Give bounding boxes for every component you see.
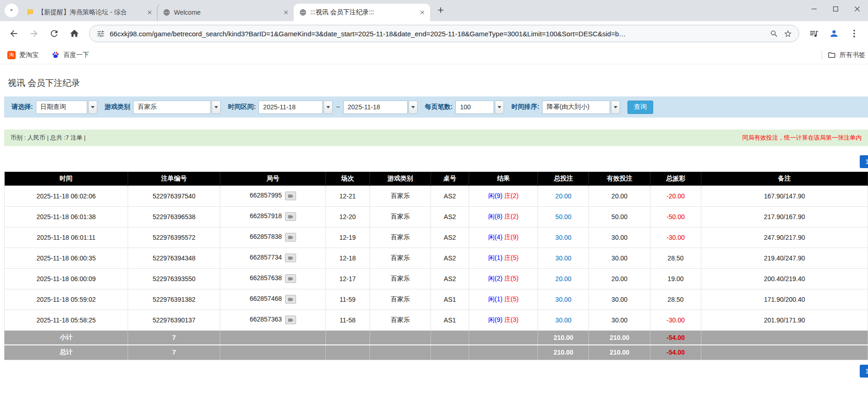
table-body: 2025-11-18 06:02:06 522976397540 6628579… <box>5 186 868 330</box>
bet-record-row: 2025-11-18 06:00:09 522976393550 6628576… <box>5 268 868 289</box>
cell-total-bet[interactable]: 50.00 <box>538 206 589 227</box>
query-type-value[interactable]: 日期查询 <box>36 101 87 114</box>
tab-title: :::视讯 会员下注纪录::: <box>310 8 414 17</box>
back-button[interactable] <box>5 24 23 43</box>
bookmark-label: 爱淘宝 <box>19 51 39 59</box>
cell-note: 217.90/167.90 <box>701 206 868 227</box>
date-end-value[interactable]: 2025-11-18 <box>343 101 408 114</box>
cell-result: 闲(9) 庄(3) <box>469 310 538 330</box>
media-controls-icon[interactable] <box>805 24 823 43</box>
cell-valid-bet: 30.00 <box>589 310 650 330</box>
tab-close-icon[interactable] <box>418 8 426 17</box>
page-size-value[interactable]: 100 <box>455 101 494 114</box>
cell-table-number: AS2 <box>431 206 469 227</box>
profile-icon[interactable] <box>825 24 843 43</box>
video-replay-icon[interactable] <box>285 233 296 242</box>
reload-button[interactable] <box>45 24 63 43</box>
tab-bet-records[interactable]: :::视讯 会员下注纪录::: <box>294 4 430 21</box>
bet-record-row: 2025-11-18 06:01:38 522976396538 6628579… <box>5 206 868 227</box>
empty-cell <box>370 330 431 345</box>
bookmark-star-icon[interactable] <box>783 29 792 38</box>
new-tab-button[interactable] <box>434 4 448 17</box>
tab-strip: 【新提醒】海燕策略论坛 - 综合 Welcome :::视讯 会员下注纪录::: <box>0 0 868 21</box>
cell-total-bet[interactable]: 30.00 <box>538 310 589 330</box>
chevron-down-icon[interactable] <box>324 101 333 114</box>
all-bookmarks-button[interactable]: 所有书签 <box>828 51 865 59</box>
summary-bar: 币别 : 人民币 | 总共 :7 注单 | 同局有效投注，统一计算在该局第一张注… <box>4 130 868 146</box>
zoom-icon[interactable] <box>769 29 778 38</box>
chevron-down-icon[interactable] <box>611 101 620 114</box>
video-replay-icon[interactable] <box>285 316 296 324</box>
tab-welcome[interactable]: Welcome <box>157 4 294 21</box>
total-total-bet: 210.00 <box>538 345 589 360</box>
cell-game-category: 百家乐 <box>370 248 431 268</box>
cell-total-bet[interactable]: 30.00 <box>538 289 589 310</box>
tab-close-icon[interactable] <box>146 8 154 17</box>
forum-favicon-icon <box>27 9 34 16</box>
window-controls <box>803 0 868 17</box>
url-text[interactable]: 66cxkj98.com/game/betrecord_search/kind3… <box>110 30 765 38</box>
tab-close-icon[interactable] <box>282 8 290 17</box>
pagination-bottom: 1 <box>4 365 868 378</box>
minimize-button[interactable] <box>803 0 825 17</box>
cell-session: 12-20 <box>325 206 370 227</box>
video-replay-icon[interactable] <box>285 212 296 221</box>
chevron-down-icon[interactable] <box>88 101 97 114</box>
cell-total-bet[interactable]: 20.00 <box>538 268 589 289</box>
date-start-value[interactable]: 2025-11-18 <box>258 101 323 114</box>
cell-round-number: 662857838 <box>220 227 325 248</box>
bookmark-taobao[interactable]: 淘 爱淘宝 <box>7 51 39 59</box>
empty-cell <box>431 330 469 345</box>
tab-forum[interactable]: 【新提醒】海燕策略论坛 - 综合 <box>21 4 157 21</box>
cell-total-bet[interactable]: 30.00 <box>538 227 589 248</box>
tab-search-button[interactable] <box>5 4 18 17</box>
cell-game-category: 百家乐 <box>370 227 431 248</box>
column-header-time: 时间 <box>5 172 128 186</box>
forward-button[interactable] <box>25 24 43 43</box>
chevron-down-icon[interactable] <box>495 101 504 114</box>
chevron-down-icon[interactable] <box>212 101 221 114</box>
home-button[interactable] <box>65 24 84 43</box>
empty-cell <box>325 345 370 360</box>
video-replay-icon[interactable] <box>285 192 296 200</box>
site-settings-icon[interactable] <box>96 29 105 38</box>
page-1-button[interactable]: 1 <box>860 365 868 378</box>
page-size-select[interactable]: 100 <box>455 101 504 114</box>
address-bar[interactable]: 66cxkj98.com/game/betrecord_search/kind3… <box>89 25 799 42</box>
bookmark-baidu[interactable]: 百度一下 <box>51 51 89 59</box>
menu-icon[interactable] <box>845 24 863 43</box>
cell-total-bet[interactable]: 20.00 <box>538 186 589 206</box>
video-replay-icon[interactable] <box>285 254 296 262</box>
video-replay-icon[interactable] <box>285 295 296 304</box>
sort-order-value[interactable]: 降幂(由大到小) <box>542 101 610 114</box>
cell-round-number: 662857734 <box>220 248 325 268</box>
total-count: 7 <box>128 345 220 360</box>
cell-total-bet[interactable]: 30.00 <box>538 248 589 268</box>
date-start-select[interactable]: 2025-11-18 <box>258 101 333 114</box>
game-category-select[interactable]: 百家乐 <box>133 101 221 114</box>
search-button[interactable]: 查询 <box>627 101 653 114</box>
date-end-select[interactable]: 2025-11-18 <box>343 101 418 114</box>
close-window-button[interactable] <box>846 0 868 17</box>
cell-round-number: 662857638 <box>220 268 325 289</box>
cell-result: 闲(1) 庄(5) <box>469 289 538 310</box>
maximize-button[interactable] <box>825 0 846 17</box>
column-header-round-number: 局号 <box>220 172 325 186</box>
cell-payout: 28.50 <box>650 289 701 310</box>
chevron-down-icon[interactable] <box>409 101 418 114</box>
browser-toolbar: 66cxkj98.com/game/betrecord_search/kind3… <box>0 21 868 46</box>
cell-note: 171.90/200.40 <box>701 289 868 310</box>
cell-table-number: AS1 <box>431 310 469 330</box>
page-1-button[interactable]: 1 <box>860 155 868 168</box>
sort-order-select[interactable]: 降幂(由大到小) <box>542 101 620 114</box>
filter-label-page-size: 每页笔数: <box>425 103 453 111</box>
video-replay-icon[interactable] <box>285 274 296 283</box>
query-type-select[interactable]: 日期查询 <box>36 101 97 114</box>
column-header-payout: 总派彩 <box>650 172 701 186</box>
game-category-value[interactable]: 百家乐 <box>133 101 211 114</box>
column-header-total-bet: 总投注 <box>538 172 589 186</box>
cell-table-number: AS2 <box>431 248 469 268</box>
column-header-valid-bet: 有效投注 <box>589 172 650 186</box>
cell-note: 201.90/171.90 <box>701 310 868 330</box>
cell-payout: -30.00 <box>650 310 701 330</box>
